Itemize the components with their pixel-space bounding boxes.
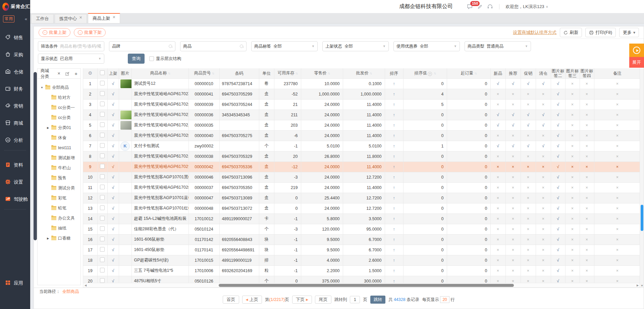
row-checkbox[interactable] — [100, 185, 105, 189]
table-row-1[interactable]: 1√测试货号12000000109787547238714卷23778010.0… — [83, 78, 640, 89]
vertical-scroll-thumb[interactable] — [641, 205, 643, 231]
table-row-5[interactable]: 5√晨光中性笔笑哈哈AGP61702黑.0...00000035盒20324.0… — [83, 120, 640, 130]
table-row-7[interactable]: 7√K支付卡包测试zwy00002个-15.01005.0100↑10√√√√√… — [83, 141, 640, 151]
sort-icons[interactable]: ↑↓ — [168, 71, 170, 75]
horizontal-scrollbar[interactable]: ◀ ▶ — [83, 283, 640, 288]
row-checkbox[interactable] — [100, 102, 105, 106]
user-menu[interactable]: 欢迎您，LK演示123 ∨ — [505, 4, 548, 10]
tree-item-全部商品[interactable]: ▼ 全部商品 — [38, 82, 80, 92]
first-page-button[interactable]: 首页 — [223, 296, 239, 304]
table-row-12[interactable]: 12√晨光中性笔别客AGP10701蓝0.5000000476947503713… — [83, 193, 640, 203]
row-checkbox[interactable] — [100, 133, 105, 137]
sort-icons[interactable]: ↑↓ — [474, 71, 476, 75]
table-row-18[interactable]: 18√GP超霸碳性5#(绿)170100154891199000119排-14.… — [83, 255, 640, 265]
scroll-down-icon[interactable]: ▼ — [640, 284, 644, 287]
messages-button[interactable]: 150 — [467, 4, 473, 9]
close-icon[interactable]: ✕ — [79, 15, 82, 20]
sort-up-icon[interactable]: ↑ — [393, 123, 395, 128]
tree-clear-icon[interactable]: ✕ — [57, 71, 60, 76]
tab-拣货中心[interactable]: 拣货中心✕ — [55, 14, 87, 23]
tree-add-icon[interactable]: + — [74, 71, 77, 76]
more-button[interactable]: 更多▾ — [619, 28, 639, 37]
tree-item-测试分类[interactable]: 测试分类 — [38, 183, 80, 193]
column-header-check[interactable] — [97, 68, 107, 78]
hierarchy-checkbox[interactable] — [149, 56, 154, 61]
table-row-4[interactable]: 4√晨光中性笔笑哈哈AGP61702蓝.0...0000003634534534… — [83, 110, 640, 120]
tree-expand-icon[interactable]: ▶ — [46, 237, 50, 240]
table-row-20[interactable]: 20√4875U相纸5寸05010126个0375.0000300.0000↑0… — [83, 276, 640, 283]
row-checkbox[interactable] — [100, 153, 105, 158]
filter-input-筛选条件[interactable]: 筛选条件商品名称/货号/条码/规格/ — [38, 41, 104, 51]
sidebar-item-财务[interactable]: 财务 — [0, 80, 30, 98]
sidebar-item-营销[interactable]: 营销 — [0, 98, 30, 115]
sort-up-icon[interactable]: ↑ — [393, 237, 395, 242]
tree-item-test111[interactable]: test111 — [38, 143, 80, 153]
sort-up-icon[interactable]: ↑ — [393, 92, 395, 97]
horizontal-scroll-thumb[interactable] — [219, 284, 514, 287]
select-all-checkbox[interactable] — [100, 70, 105, 75]
row-checkbox[interactable] — [100, 122, 105, 127]
table-row-15[interactable]: 15√佳能288彩色墨盒（代）05010124个-3120.000095.000… — [83, 224, 640, 234]
table-row-14[interactable]: 14√超霸 15A-L2碱性电池两粒装170100124891199000027… — [83, 213, 640, 224]
tree-item-彩笔[interactable]: 彩笔 — [38, 193, 80, 203]
row-checkbox[interactable] — [100, 268, 105, 272]
tree-item-牛栏山[interactable]: 牛栏山 — [38, 163, 80, 173]
table-row-3[interactable]: 3√晨光中性笔笑哈哈AGP61702红.0...0000003969475037… — [83, 99, 640, 110]
column-header-可用库存[interactable]: 可用库存↑↓ — [274, 68, 301, 78]
table-row-19[interactable]: 19√三五 7号碱性电池1*5170100066932620204169粒-12… — [83, 265, 640, 276]
sidebar-item-仓储[interactable]: 仓储 — [0, 63, 30, 80]
table-row-13[interactable]: 13√晨光中性笔别客AGP10701红0.5000000486947503713… — [83, 203, 640, 213]
tree-expand-icon[interactable]: ▶ — [46, 126, 50, 129]
jump-page-input[interactable] — [350, 296, 360, 303]
product-thumbnail[interactable] — [120, 111, 132, 119]
row-checkbox[interactable] — [100, 91, 105, 96]
app-logo[interactable]: 采肯企汇 — [0, 0, 30, 13]
tree-item-测试新增[interactable]: 测试新增 — [38, 153, 80, 163]
row-checkbox[interactable] — [100, 164, 105, 169]
filter-select-使用优惠券[interactable]: 使用优惠券全部▼ — [393, 41, 460, 51]
sidebar-item-驾驶舱[interactable]: 驾驶舱 — [0, 191, 30, 208]
column-header-起订量[interactable]: 起订量↑↓ — [447, 68, 490, 78]
bulk-on-shelf-button[interactable]: ↑ 批量上架 — [39, 28, 70, 37]
jump-button[interactable]: 跳转 — [370, 296, 385, 304]
row-checkbox[interactable] — [100, 195, 105, 200]
per-page-input[interactable] — [440, 296, 449, 303]
sort-up-icon[interactable]: ↑ — [393, 196, 395, 200]
bulk-off-shelf-button[interactable]: ↓ 批量下架 — [74, 28, 106, 37]
table-row-9[interactable]: 9√晨光中性笔笑哈哈AGP61702紫.0...0000004269475037… — [83, 162, 640, 172]
sidebar-item-采购[interactable]: 采购 — [0, 46, 30, 63]
row-checkbox[interactable] — [100, 174, 105, 179]
sort-up-icon[interactable]: ↑ — [393, 81, 395, 86]
column-header-商品名称[interactable]: 商品名称↑↓ — [131, 68, 189, 78]
tree-item-休食[interactable]: 休食 — [38, 133, 80, 143]
path-value-link[interactable]: 全部商品 — [62, 289, 79, 295]
panel-splitter-scrollbar[interactable] — [34, 72, 37, 240]
sidebar-item-销售[interactable]: 销售 — [0, 29, 30, 46]
column-settings-gear-icon[interactable]: ⚙ — [88, 70, 92, 76]
sort-up-icon[interactable]: ↑ — [393, 144, 395, 148]
sort-up-icon[interactable]: ↑ — [393, 279, 395, 283]
refresh-button[interactable]: 刷新 — [560, 28, 582, 37]
sort-up-icon[interactable]: ↑ — [393, 268, 395, 273]
table-row-16[interactable]: 16√1601-606鼠标垫011701426920556408843块-19.… — [83, 234, 640, 245]
row-checkbox[interactable] — [100, 226, 105, 231]
sidebar-item-分析[interactable]: 分析 — [0, 132, 30, 149]
row-checkbox[interactable] — [100, 257, 105, 262]
tree-item-铅笔[interactable]: 铅笔 — [38, 203, 80, 213]
row-checkbox[interactable] — [100, 143, 105, 148]
table-row-6[interactable]: 6√晨光中性笔笑哈哈AGP61702绿.0...0000004069475037… — [83, 130, 640, 141]
tree-item-预售[interactable]: 预售 — [38, 173, 80, 183]
filter-input-商品[interactable]: 商品 — [180, 41, 247, 51]
prev-page-button[interactable]: ◀上页 — [242, 296, 262, 304]
row-checkbox[interactable] — [100, 237, 105, 241]
tree-expand-icon[interactable]: ▼ — [40, 86, 44, 89]
sort-icons[interactable]: ↑↓ — [370, 71, 372, 75]
row-checkbox[interactable] — [100, 112, 105, 117]
column-header-排序值[interactable]: 排序值?↑↓ — [403, 68, 447, 78]
tree-item-cc分类一[interactable]: cc分类一 — [38, 103, 80, 113]
sort-up-icon[interactable]: ↑ — [393, 217, 395, 221]
sort-up-icon[interactable]: ↑ — [393, 175, 395, 180]
tree-item-抽纸[interactable]: 抽纸 — [38, 223, 80, 233]
sort-up-icon[interactable]: ↑ — [393, 227, 395, 232]
sort-icons[interactable]: ↑↓ — [434, 71, 436, 75]
